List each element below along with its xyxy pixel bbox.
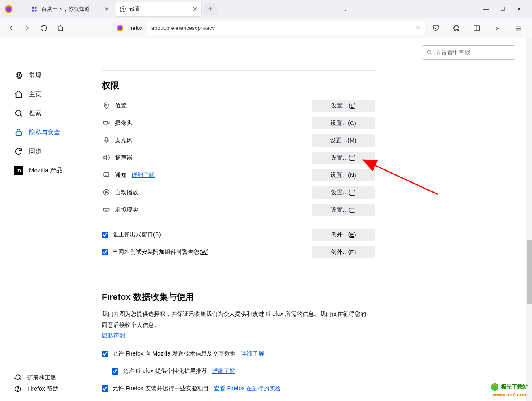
- check-label: 允许 Firefox 向 Mozilla 发送技术信息及交互数据: [113, 350, 236, 358]
- sidebar-item-label: 同步: [29, 148, 41, 155]
- sidebar-item-general[interactable]: 常规: [14, 67, 102, 84]
- svg-point-2: [32, 7, 34, 9]
- settings-search[interactable]: [422, 45, 515, 60]
- close-icon[interactable]: ✕: [104, 6, 109, 12]
- baidu-icon: [31, 5, 38, 13]
- perm-row-vr: 虚拟现实 设置…(T): [102, 201, 375, 219]
- settings-search-input[interactable]: [436, 49, 511, 56]
- url-bar[interactable]: Firefox about:preferences#privacy ☆: [112, 21, 425, 35]
- svg-point-15: [427, 50, 431, 54]
- gear-icon: [14, 71, 23, 80]
- perm-row-camera: 摄像头 设置…(C): [102, 115, 375, 132]
- back-button[interactable]: [4, 21, 17, 35]
- svg-point-11: [16, 110, 21, 116]
- warn-addons-checkbox[interactable]: [102, 249, 108, 255]
- extensions-button[interactable]: [449, 21, 463, 35]
- tab-label: 设置: [129, 5, 140, 13]
- speaker-icon: [102, 154, 111, 162]
- sidebar-item-extensions[interactable]: 扩展和主题: [14, 374, 58, 381]
- svg-point-8: [118, 26, 122, 30]
- home-icon: [14, 90, 23, 99]
- perm-row-speaker: 扬声器 设置…(T): [102, 149, 375, 167]
- learn-more-link[interactable]: 详细了解: [212, 368, 235, 375]
- maximize-button[interactable]: ☐: [500, 6, 505, 12]
- svg-point-10: [17, 74, 20, 76]
- new-tab-button[interactable]: ＋: [204, 3, 217, 15]
- svg-point-4: [32, 10, 34, 12]
- main-content: 权限 位置 设置…(L) 摄像头 设置…(C) 麦克风 设置…(M) 扬声器 设…: [102, 38, 532, 401]
- check-label: 允许 Firefox 提供个性化扩展推荐: [122, 368, 207, 375]
- settings-button-autoplay[interactable]: 设置…(T): [312, 186, 375, 199]
- exceptions-button-addons[interactable]: 例外…(E): [312, 246, 375, 258]
- titlebar: 百度一下，你就知道 ✕ 设置 ✕ ＋ ⌄ — ☐ ✕: [0, 0, 532, 18]
- close-window-button[interactable]: ✕: [517, 6, 521, 12]
- tablist-chevron-icon[interactable]: ⌄: [343, 6, 348, 12]
- settings-button-notifications[interactable]: 设置…(N): [312, 169, 375, 181]
- check-row-crash-reports: 允许 Firefox 代您发送积压的崩溃报告 详细了解(C): [102, 397, 375, 401]
- svg-rect-12: [16, 132, 22, 135]
- svg-rect-19: [104, 172, 109, 176]
- perm-label: 通知: [115, 172, 127, 179]
- check-row-addons: 当网站尝试安装附加组件时警告您(W) 例外…(E): [102, 243, 375, 261]
- sidebar-item-sync[interactable]: 同步: [14, 143, 102, 160]
- settings-button-speaker[interactable]: 设置…(T): [312, 152, 375, 164]
- perm-label: 扬声器: [115, 154, 132, 162]
- perm-label: 位置: [115, 102, 127, 110]
- check-row-popups: 阻止弹出式窗口(B) 例外…(E): [102, 226, 375, 243]
- view-studies-link[interactable]: 查看 Firefox 在进行的实验: [214, 385, 281, 392]
- svg-rect-18: [105, 137, 108, 141]
- privacy-notice-link[interactable]: 隐私声明: [102, 332, 125, 339]
- settings-button-vr[interactable]: 设置…(T): [312, 204, 375, 216]
- exceptions-button-popups[interactable]: 例外…(E): [312, 229, 375, 241]
- svg-rect-17: [103, 121, 108, 124]
- learn-more-link[interactable]: 详细了解: [241, 350, 264, 358]
- lock-icon: [14, 128, 23, 137]
- forward-button[interactable]: [21, 21, 34, 35]
- svg-point-3: [35, 7, 37, 9]
- sidebar-item-label: 常规: [29, 72, 41, 79]
- telemetry-checkbox[interactable]: [102, 351, 108, 357]
- perm-row-location: 位置 设置…(L): [102, 97, 375, 115]
- gear-icon: [120, 6, 126, 12]
- check-row-studies: 允许 Firefox 安装并运行一些实验项目 查看 Firefox 在进行的实验: [102, 380, 375, 397]
- sidebar-toggle-button[interactable]: [470, 21, 484, 35]
- pocket-button[interactable]: [429, 21, 443, 35]
- studies-checkbox[interactable]: [102, 385, 108, 392]
- tab-baidu[interactable]: 百度一下，你就知道 ✕: [26, 2, 113, 17]
- mozilla-icon: m: [14, 166, 23, 175]
- bookmark-star-icon[interactable]: ☆: [411, 25, 425, 31]
- sidebar-item-privacy[interactable]: 隐私与安全: [14, 124, 102, 141]
- check-row-telemetry: 允许 Firefox 向 Mozilla 发送技术信息及交互数据 详细了解: [102, 345, 375, 363]
- close-icon[interactable]: ✕: [192, 6, 197, 12]
- app-menu-button[interactable]: [511, 21, 525, 35]
- identity-chip[interactable]: Firefox: [112, 21, 147, 35]
- home-button[interactable]: [54, 21, 67, 35]
- tab-settings[interactable]: 设置 ✕: [115, 2, 202, 17]
- perm-row-notifications: 通知 详细了解 设置…(N): [102, 167, 375, 184]
- sidebar-item-label: 主页: [29, 91, 41, 98]
- settings-button-camera[interactable]: 设置…(C): [312, 117, 375, 129]
- category-sidebar: 常规 主页 搜索 隐私与安全 同步 m Mozilla 产品 扩展和主题: [0, 38, 102, 401]
- watermark: 极光下载站 www.xz7.com: [490, 382, 528, 399]
- svg-point-16: [105, 104, 107, 105]
- reload-button[interactable]: [37, 21, 50, 35]
- svg-point-1: [6, 6, 11, 11]
- check-label: 当网站尝试安装附加组件时警告您(W): [113, 248, 209, 256]
- sidebar-item-search[interactable]: 搜索: [14, 105, 102, 122]
- check-label: 允许 Firefox 安装并运行一些实验项目: [113, 385, 209, 392]
- sync-icon: [14, 147, 23, 156]
- sidebar-item-help[interactable]: Firefox 帮助: [14, 385, 58, 393]
- overflow-button[interactable]: »: [491, 21, 505, 35]
- settings-button-microphone[interactable]: 设置…(M): [312, 134, 375, 147]
- perm-label: 摄像头: [115, 119, 132, 127]
- settings-button-location[interactable]: 设置…(L): [312, 100, 375, 112]
- search-icon: [427, 50, 432, 55]
- sidebar-item-home[interactable]: 主页: [14, 86, 102, 103]
- learn-more-link[interactable]: 详细了解: [132, 172, 155, 179]
- sidebar-item-mozilla[interactable]: m Mozilla 产品: [14, 162, 102, 179]
- block-popups-checkbox[interactable]: [102, 232, 108, 238]
- identity-label: Firefox: [126, 25, 143, 31]
- data-collection-desc: 我们力图为您提供选择权，并保证只收集我们为众人提供和改进 Firefox 所需的…: [102, 308, 367, 330]
- minimize-button[interactable]: —: [483, 6, 489, 12]
- personalized-reco-checkbox[interactable]: [112, 368, 118, 375]
